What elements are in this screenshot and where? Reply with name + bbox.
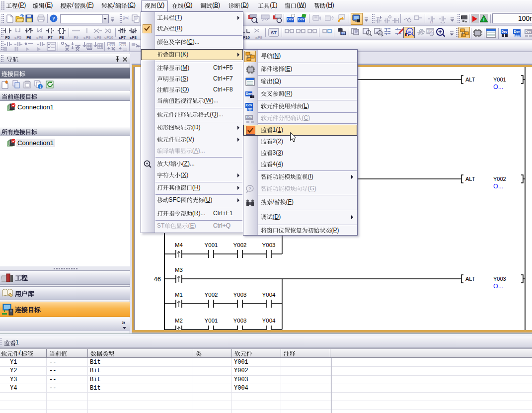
svg-text:Y002: Y002 (205, 292, 218, 298)
svg-text:sF6: sF6 (36, 35, 43, 39)
svg-text:Dev: Dev (119, 43, 126, 46)
svg-text:Dev: Dev (502, 30, 508, 33)
svg-text:O...: O... (493, 183, 503, 190)
svg-text:Dev: Dev (246, 103, 252, 107)
svg-text:ALT: ALT (465, 276, 475, 282)
svg-text:F8: F8 (59, 35, 64, 39)
svg-text:M2: M2 (175, 318, 183, 324)
svg-text:Dev: Dev (287, 17, 294, 21)
svg-text:Y003: Y003 (262, 242, 276, 248)
svg-text:sF7: sF7 (119, 35, 126, 39)
svg-text:ALT: ALT (465, 176, 475, 182)
svg-text:ALT: ALT (465, 77, 475, 83)
svg-text:sF5: sF5 (14, 35, 21, 39)
svg-text:?: ? (52, 15, 55, 21)
svg-text:sF8: sF8 (130, 35, 137, 39)
svg-text:aF9: aF9 (255, 35, 262, 39)
svg-text:Y002: Y002 (233, 242, 247, 248)
svg-text:cF10: cF10 (104, 35, 114, 39)
svg-text:O...: O... (493, 83, 503, 90)
svg-text:Y001: Y001 (493, 77, 506, 83)
svg-text:Dev: Dev (108, 43, 114, 46)
svg-text:Dev: Dev (246, 92, 252, 95)
svg-text:Y002: Y002 (493, 176, 506, 182)
svg-text:F10: F10 (243, 35, 250, 39)
svg-text:F5: F5 (5, 35, 10, 39)
svg-text:?: ? (248, 186, 251, 191)
svg-text:sF9: sF9 (83, 35, 90, 39)
svg-text:Y003: Y003 (233, 318, 247, 324)
svg-text:!: ! (483, 17, 485, 22)
svg-text:Y001: Y001 (205, 242, 218, 248)
svg-text:Y004: Y004 (262, 292, 276, 298)
svg-text:F7: F7 (48, 35, 53, 39)
svg-text:Y004: Y004 (262, 318, 276, 324)
svg-text:F9: F9 (74, 35, 78, 39)
svg-text:Y003: Y003 (233, 292, 247, 298)
svg-text:Y001: Y001 (205, 318, 218, 324)
svg-text:ST: ST (271, 30, 277, 35)
svg-text:F6: F6 (26, 35, 31, 39)
svg-text:Dev: Dev (514, 30, 520, 33)
svg-text:M3: M3 (175, 267, 183, 273)
svg-text:Y003: Y003 (493, 276, 506, 282)
svg-text:46: 46 (154, 275, 161, 283)
svg-text:cF9: cF9 (94, 35, 101, 39)
svg-text:M1: M1 (175, 292, 183, 298)
svg-text:Dev: Dev (298, 17, 304, 21)
svg-text:M4: M4 (175, 242, 183, 248)
svg-text:L1: L1 (430, 21, 434, 24)
svg-text:O...: O... (493, 283, 503, 290)
svg-text:Dev: Dev (246, 115, 252, 119)
svg-text:Dev: Dev (526, 30, 532, 33)
